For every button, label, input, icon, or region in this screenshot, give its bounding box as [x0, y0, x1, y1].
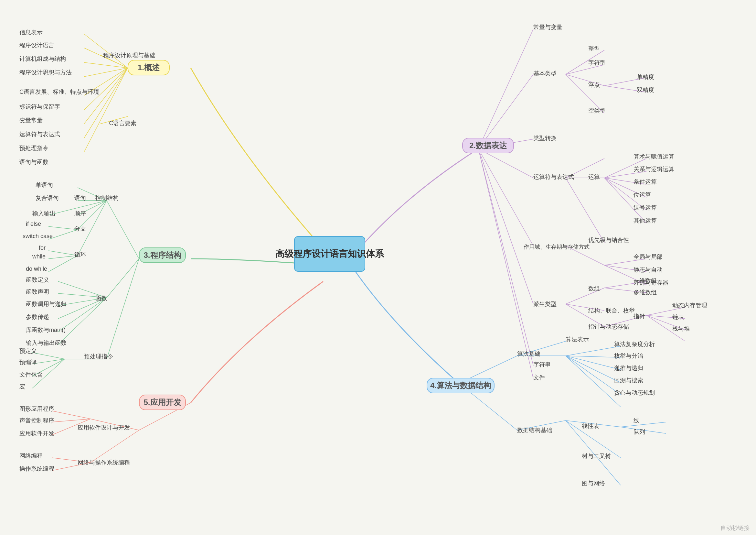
- svg-line-3: [84, 68, 128, 77]
- sub-2-dynmem: 动态内存管理: [672, 301, 707, 309]
- svg-line-33: [566, 178, 605, 242]
- sub-4-greedy: 贪心与动态规划: [614, 389, 655, 397]
- sub-2-cond: 条件运算: [634, 178, 657, 186]
- main-node-5: 5.应用开发: [139, 395, 186, 410]
- svg-line-77: [566, 356, 621, 370]
- sub-2-basic-label: 基本类型: [533, 70, 556, 77]
- sub-1-c-dev: C语言发展、标准、特点与环境: [19, 88, 99, 96]
- center-node: 高级程序设计语言知识体系: [294, 236, 365, 272]
- sub-4-tree: 树与二叉树: [582, 452, 611, 460]
- svg-line-18: [478, 149, 533, 379]
- sub-2-file: 文件: [533, 374, 545, 381]
- sub-2-arith: 算术与赋值运算: [634, 153, 674, 160]
- svg-line-79: [566, 356, 621, 395]
- svg-line-55: [48, 230, 78, 239]
- sub-4-linear-line: 线: [634, 417, 639, 424]
- svg-line-80: [566, 356, 621, 407]
- sub-2-struct: 结构、联合、枚举: [588, 307, 635, 314]
- svg-line-57: [48, 251, 78, 256]
- sub-5-app-label: 应用软件设计与开发: [78, 424, 130, 432]
- main-node-3: 3.程序结构: [139, 247, 186, 263]
- sub-5-audio: 声音控制程序: [19, 417, 54, 424]
- sub-3-simple: 单语句: [36, 181, 53, 189]
- sub-2-int: 整型: [588, 44, 600, 52]
- sub-2-float-label: 浮点: [588, 81, 600, 89]
- sub-3-include: 文件包含: [19, 371, 43, 379]
- sub-2-cast: 类型转换: [533, 134, 556, 142]
- sub-3-io: 输入输出: [32, 210, 56, 217]
- sub-2-static: 静态与自动: [634, 266, 662, 274]
- svg-line-76: [566, 356, 621, 357]
- sub-3-branch-label: 分支: [74, 225, 86, 233]
- sub-1-lang: 程序设计语言: [19, 42, 54, 49]
- sub-3-funccall: 函数调用与递归: [26, 300, 67, 308]
- sub-3-ifelse: if else: [26, 221, 41, 227]
- main-node-2: 2.数据表达: [462, 138, 514, 153]
- svg-line-78: [566, 356, 621, 383]
- sub-3-seq: 顺序: [74, 210, 86, 217]
- mindmap: 高级程序设计语言知识体系 1.概述 程序设计原理与基础 信息表示 程序设计语言 …: [0, 0, 756, 535]
- sub-4-divconq: 枚举与分治: [614, 352, 643, 360]
- svg-line-85: [621, 422, 666, 427]
- sub-3-define: 预定义: [19, 347, 37, 355]
- sub-3-param: 参数传递: [26, 313, 49, 321]
- sub-2-ndarr: 多维数组: [634, 289, 657, 296]
- sub-1-c-op: 运算符与表达式: [19, 130, 60, 138]
- sub-2-single: 单精度: [637, 73, 654, 81]
- sub-2-bit: 位运算: [634, 191, 651, 199]
- sub-3-libfunc: 库函数与main(): [26, 326, 66, 334]
- sub-2-comma: 逗号运算: [634, 204, 657, 211]
- sub-3-funcdef: 函数定义: [26, 276, 49, 284]
- svg-line-54: [48, 226, 78, 230]
- main-node-4: 4.算法与数据结构: [427, 378, 495, 393]
- sub-2-priority: 优先级与结合性: [588, 236, 629, 244]
- sub-1-c-func: 语句与函数: [19, 158, 48, 166]
- svg-line-11: [478, 29, 533, 149]
- svg-line-94: [91, 430, 139, 463]
- sub-5-net-label: 网络与操作系统编程: [78, 459, 130, 466]
- sub-5-netcode: 网络编程: [19, 452, 43, 460]
- sub-2-linkedlist: 链表: [672, 313, 684, 321]
- svg-line-2: [84, 62, 128, 68]
- sub-4-complexity: 算法复杂度分析: [614, 340, 655, 348]
- sub-3-compound: 复合语句: [36, 194, 59, 202]
- svg-line-92: [52, 419, 91, 422]
- sub-2-double: 双精度: [637, 86, 654, 94]
- sub-5-appdev: 应用软件开发: [19, 430, 54, 437]
- sub-2-rel: 关系与逻辑运算: [634, 165, 674, 173]
- sub-3-for: for: [39, 244, 45, 251]
- svg-line-17: [478, 149, 533, 366]
- sub-4-graph: 图与网络: [582, 479, 605, 487]
- sub-1-c-pre: 预处理指令: [19, 144, 48, 152]
- svg-line-16: [478, 149, 533, 304]
- sub-2-op-label: 运算符与表达式: [533, 173, 574, 181]
- svg-line-67: [107, 259, 139, 359]
- svg-line-91: [52, 411, 91, 419]
- svg-line-6: [84, 68, 128, 124]
- svg-line-48: [107, 201, 139, 259]
- sub-3-funcdecl: 函数声明: [26, 288, 49, 296]
- sub-5-oscode: 操作系统编程: [19, 465, 54, 473]
- svg-line-75: [566, 346, 621, 356]
- sub-1-method: 程序设计思想与方法: [19, 69, 72, 76]
- sub-4-ds-label: 数据结构基础: [517, 426, 552, 434]
- svg-line-8: [84, 68, 128, 152]
- sub-2-const: 常量与变量: [533, 23, 562, 31]
- sub-2-calc-label: 运算: [588, 173, 600, 181]
- sub-2-scope-label: 作用域、生存期与存储方式: [524, 243, 589, 251]
- sub-1-c-label: C语言要素: [100, 118, 146, 128]
- sub-3-macro: 宏: [19, 383, 25, 390]
- sub-1-c-var: 变量常量: [19, 116, 43, 124]
- sub-2-stack-heap: 栈与堆: [672, 325, 690, 332]
- sub-4-linear-label: 线性表: [582, 422, 599, 430]
- sub-2-other: 其他运算: [634, 217, 657, 224]
- sub-4-recurse: 递推与递归: [614, 364, 643, 372]
- svg-line-58: [48, 256, 78, 259]
- sub-3-switch: switch case: [23, 233, 53, 240]
- svg-line-69: [32, 352, 65, 359]
- sub-3-loop-label: 循环: [74, 251, 86, 259]
- sub-1-info: 信息表示: [19, 28, 43, 36]
- svg-line-60: [107, 259, 139, 297]
- sub-2-array-label: 数组: [588, 285, 600, 293]
- sub-3-func-label: 函数: [95, 294, 107, 302]
